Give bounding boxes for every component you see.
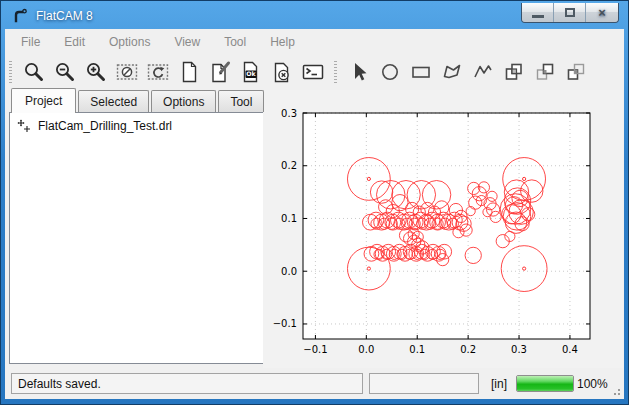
toolbar-drag-handle[interactable] <box>9 61 12 83</box>
plot-canvas[interactable]: −0.10.00.10.20.30.4−0.10.00.10.20.3 <box>263 90 623 368</box>
status-message: Defaults saved. <box>18 377 101 391</box>
svg-text:0.0: 0.0 <box>358 344 374 355</box>
shell-terminal-icon <box>301 60 325 84</box>
editor-toolbar-drag-handle[interactable] <box>334 61 337 83</box>
save-ok-file-icon: Ok <box>239 60 263 84</box>
open-file-pencil-icon <box>208 60 232 84</box>
svg-text:0.4: 0.4 <box>562 344 578 355</box>
tab-selected[interactable]: Selected <box>78 90 149 112</box>
menu-file[interactable]: File <box>9 30 52 54</box>
draw-circle-button[interactable] <box>374 57 405 86</box>
excellon-object-icon <box>17 119 31 133</box>
zoom-out-button[interactable] <box>49 57 80 86</box>
project-tree[interactable]: FlatCam_Drilling_Test.drl <box>9 112 265 364</box>
toolbar: Ok <box>5 55 624 88</box>
new-file-icon <box>177 60 201 84</box>
polygon-union-button[interactable] <box>498 57 529 86</box>
circle-shape-icon <box>378 60 402 84</box>
menu-bar: File Edit Options View Tool Help <box>5 29 624 55</box>
open-project-button[interactable] <box>204 57 235 86</box>
title-bar[interactable]: FlatCAM 8 × <box>2 2 627 29</box>
new-project-button[interactable] <box>173 57 204 86</box>
replot-icon <box>146 60 170 84</box>
tree-item-drill-file[interactable]: FlatCam_Drilling_Test.drl <box>10 113 264 133</box>
polygon-intersection-button[interactable] <box>529 57 560 86</box>
left-panel: Project Selected Options Tool FlatCam_Dr… <box>9 88 265 364</box>
progress-percent-label: 100% <box>577 377 608 391</box>
cursor-arrow-icon <box>347 60 371 84</box>
maximize-icon <box>565 8 575 17</box>
minimize-button[interactable] <box>522 3 554 22</box>
progress-bar-fill <box>517 376 573 391</box>
status-bar: Defaults saved. [in] 100% <box>5 368 624 399</box>
menu-help[interactable]: Help <box>258 30 307 54</box>
polygon-intersection-icon <box>533 60 557 84</box>
save-project-button[interactable]: Ok <box>235 57 266 86</box>
svg-text:Ok: Ok <box>246 70 256 77</box>
status-secondary-box <box>369 373 479 394</box>
svg-text:0.1: 0.1 <box>409 344 425 355</box>
menu-edit[interactable]: Edit <box>52 30 97 54</box>
tree-item-label: FlatCam_Drilling_Test.drl <box>38 119 172 133</box>
rectangle-shape-icon <box>409 60 433 84</box>
polygon-subtraction-button[interactable] <box>560 57 591 86</box>
zoom-fit-button[interactable] <box>18 57 49 86</box>
command-shell-button[interactable] <box>297 57 328 86</box>
resize-grip-icon[interactable] <box>611 386 621 396</box>
draw-polygon-button[interactable] <box>436 57 467 86</box>
status-message-box: Defaults saved. <box>11 373 363 394</box>
window-content: File Edit Options View Tool Help <box>5 29 624 399</box>
tab-project[interactable]: Project <box>11 88 76 113</box>
svg-text:0.3: 0.3 <box>511 344 527 355</box>
units-label: [in] <box>486 377 512 391</box>
draw-rectangle-button[interactable] <box>405 57 436 86</box>
flatcam-logo-icon <box>11 7 29 25</box>
tab-tool[interactable]: Tool <box>218 90 264 112</box>
svg-text:0.2: 0.2 <box>460 344 476 355</box>
minimize-icon <box>532 15 544 18</box>
zoom-fit-icon <box>22 60 46 84</box>
progress-bar <box>516 375 574 392</box>
menu-tool[interactable]: Tool <box>212 30 258 54</box>
clear-plot-button[interactable] <box>111 57 142 86</box>
window-title: FlatCAM 8 <box>36 9 93 23</box>
zoom-in-icon <box>84 60 108 84</box>
polygon-shape-icon <box>440 60 464 84</box>
tab-bar: Project Selected Options Tool <box>9 88 265 112</box>
menu-view[interactable]: View <box>162 30 212 54</box>
close-icon: × <box>598 6 606 19</box>
window-controls: × <box>521 3 619 23</box>
menu-options[interactable]: Options <box>97 30 162 54</box>
replot-button[interactable] <box>142 57 173 86</box>
clear-plot-icon <box>115 60 139 84</box>
drill-plot[interactable]: −0.10.00.10.20.30.4−0.10.00.10.20.3 <box>263 90 623 368</box>
svg-text:−0.1: −0.1 <box>303 344 327 355</box>
zoom-in-button[interactable] <box>80 57 111 86</box>
delete-object-button[interactable] <box>266 57 297 86</box>
polygon-union-icon <box>502 60 526 84</box>
close-button[interactable]: × <box>586 3 618 22</box>
select-tool-button[interactable] <box>343 57 374 86</box>
svg-text:0.0: 0.0 <box>281 266 297 277</box>
draw-path-button[interactable] <box>467 57 498 86</box>
svg-text:0.3: 0.3 <box>281 108 297 119</box>
main-area: Project Selected Options Tool FlatCam_Dr… <box>5 88 624 367</box>
maximize-button[interactable] <box>554 3 586 22</box>
svg-text:0.1: 0.1 <box>281 213 297 224</box>
svg-text:0.2: 0.2 <box>281 160 297 171</box>
app-window: FlatCAM 8 × File Edit Options View Tool … <box>0 0 629 405</box>
zoom-out-icon <box>53 60 77 84</box>
polygon-subtraction-icon <box>564 60 588 84</box>
tab-options[interactable]: Options <box>151 90 216 112</box>
svg-text:−0.1: −0.1 <box>273 318 297 329</box>
delete-file-icon <box>270 60 294 84</box>
polyline-path-icon <box>471 60 495 84</box>
